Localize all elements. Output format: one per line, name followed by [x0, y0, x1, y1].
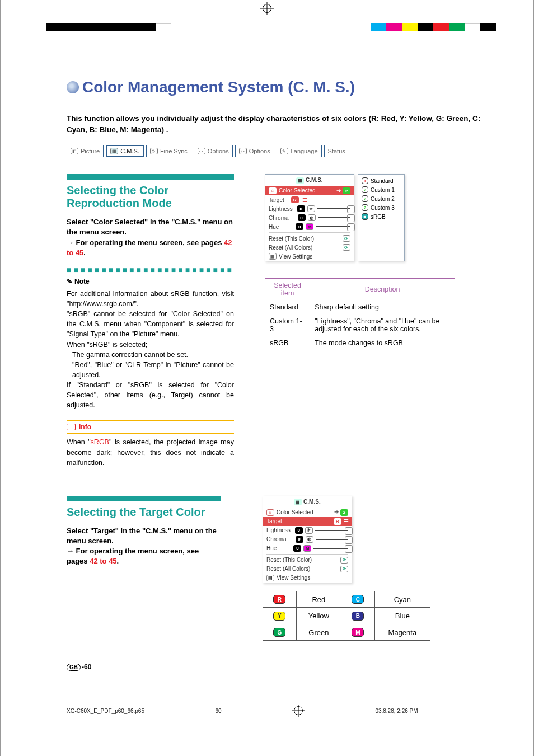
section-heading-target-color: Selecting the Target Color: [67, 506, 221, 519]
osd-row-reset-all[interactable]: Reset (All Colors)⟳: [265, 243, 354, 252]
table-row: Custom 1-3"Lightness", "Chroma" and "Hue…: [265, 314, 455, 336]
option-standard[interactable]: 1Standard: [358, 176, 404, 185]
badge-green-icon: G: [273, 628, 285, 637]
color-legend-table: R Red C Cyan Y Yellow B Blue G Green: [263, 591, 430, 641]
osd-menu-target: ▦ C.M.S. ☼ Color Selected ➔ 2 Target R ☰…: [263, 496, 352, 583]
tab-status[interactable]: Status: [324, 145, 349, 157]
picture-icon: ◧: [71, 148, 78, 154]
pencil-note-icon: ✎: [66, 277, 73, 286]
option-custom1[interactable]: 2Custom 1: [358, 185, 404, 194]
footer: XG-C60X_E_PDF_p60_66.p65 60 03.8.28, 2:2…: [1, 705, 533, 717]
print-bar-right: [371, 23, 496, 31]
language-icon: ✎: [280, 148, 288, 154]
description-table: Selected itemDescription StandardSharp d…: [265, 278, 455, 350]
tab-language[interactable]: ✎Language: [277, 145, 322, 157]
table-row: StandardSharp default setting: [265, 300, 455, 314]
table-row: sRGBThe mode changes to sRGB: [265, 336, 455, 350]
badge-red-icon: R: [273, 595, 285, 604]
cms-icon: ▦: [110, 148, 118, 154]
osd-row-lightness[interactable]: Lightness 0 ☀: [263, 526, 352, 535]
tab-options-1[interactable]: ⇔Options: [194, 145, 233, 157]
section-heading-reproduction-mode: Selecting the Color Reproduction Mode: [67, 184, 234, 210]
section-divider: [67, 496, 221, 501]
osd-menu-cms: ▦ C.M.S. ☼ Color Selected ➔ 2 Target R ☰: [265, 174, 354, 261]
tab-options-2[interactable]: ⇔Options: [235, 145, 274, 157]
badge-magenta-icon: M: [352, 628, 364, 637]
options-icon: ⇔: [198, 148, 205, 154]
footer-filename: XG-C60X_E_PDF_p60_66.p65: [67, 708, 144, 714]
intro-text: This function allows you individually ad…: [67, 113, 489, 135]
option-srgb[interactable]: ■sRGB: [358, 212, 404, 221]
osd-row-hue[interactable]: Hue 0 M: [265, 222, 354, 231]
page-title: Color Management System (C. M. S.): [67, 78, 489, 96]
osd-row-color-selected[interactable]: ☼ Color Selected ➔ 2: [263, 508, 352, 517]
badge-blue-icon: B: [352, 612, 364, 621]
tab-fine-sync[interactable]: ⟳Fine Sync: [146, 145, 191, 157]
title-bullet-icon: [67, 81, 79, 93]
options-icon: ⇔: [239, 148, 247, 154]
osd-row-lightness[interactable]: Lightness 0 ☀: [265, 204, 354, 213]
info-bar: Info: [67, 420, 234, 434]
option-custom3[interactable]: 2Custom 3: [358, 203, 404, 212]
instruction-text: Select "Target" in the "C.M.S." menu on …: [67, 526, 221, 567]
osd-row-reset-this[interactable]: Reset (This Color)⟳: [265, 234, 354, 243]
osd-row-reset-all[interactable]: Reset (All Colors)⟳: [263, 565, 352, 574]
tab-cms[interactable]: ▦C.M.S.: [106, 145, 144, 157]
osd-row-view-settings[interactable]: ▤ View Settings: [265, 252, 354, 261]
badge-yellow-icon: Y: [273, 612, 285, 621]
osd-row-reset-this[interactable]: Reset (This Color)⟳: [263, 556, 352, 565]
note-heading: ✎ Note: [67, 278, 234, 285]
tab-picture[interactable]: ◧Picture: [67, 145, 104, 157]
osd-row-hue[interactable]: Hue 0 M: [263, 544, 352, 553]
page-number: GB-60: [67, 663, 489, 671]
osd-side-options: 1Standard 2Custom 1 2Custom 2 2Custom 3 …: [358, 174, 405, 261]
osd-row-target-hl[interactable]: Target R ☰: [263, 517, 352, 526]
top-crop-mark: [1, 0, 533, 17]
footer-timestamp: 03.8.28, 2:26 PM: [375, 708, 418, 714]
section-divider: [67, 174, 234, 180]
note-body: For additional information about sRGB fu…: [67, 289, 234, 411]
page-link[interactable]: 42 to 45: [90, 557, 116, 565]
osd-row-color-selected[interactable]: ☼ Color Selected ➔ 2: [265, 186, 354, 196]
osd-row-view-settings[interactable]: ▤View Settings: [263, 574, 352, 583]
print-bar-left: [46, 23, 171, 31]
option-custom2[interactable]: 2Custom 2: [358, 194, 404, 203]
menu-tabs: ◧Picture ▦C.M.S. ⟳Fine Sync ⇔Options ⇔Op…: [67, 145, 489, 157]
instruction-text: Select "Color Selected" in the "C.M.S." …: [67, 217, 234, 258]
info-icon: [67, 424, 76, 430]
osd-row-chroma[interactable]: Chroma 0 ◐: [263, 535, 352, 544]
dotted-divider: ■■■■■■■■■■■■■■■■■■■■■■■■: [67, 265, 234, 274]
info-body: When "sRGB" is selected, the projected i…: [67, 437, 234, 467]
bottom-crop-icon: [292, 705, 305, 717]
sync-icon: ⟳: [150, 148, 158, 154]
badge-cyan-icon: C: [352, 595, 364, 604]
footer-page: 60: [215, 708, 221, 714]
osd-row-target[interactable]: Target R ☰: [265, 195, 354, 204]
osd-row-chroma[interactable]: Chroma 0 ◐: [265, 213, 354, 222]
